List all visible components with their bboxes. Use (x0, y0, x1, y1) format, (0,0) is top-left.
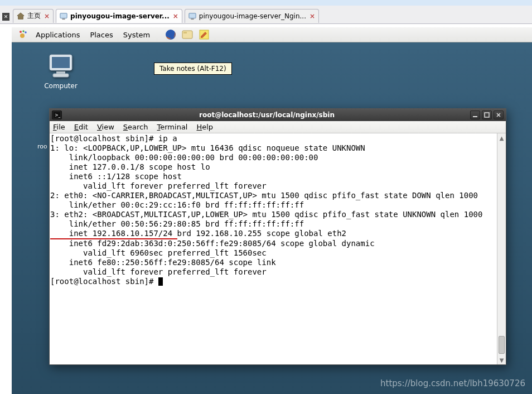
svg-rect-18 (485, 113, 489, 117)
vm-screen-area: Applications Places System (0, 24, 532, 394)
svg-text:>_: >_ (55, 113, 60, 118)
svg-rect-2 (189, 13, 196, 18)
clipped-label: roo (37, 143, 47, 150)
window-minimize-button[interactable] (470, 110, 480, 119)
host-app-toolbar (0, 0, 532, 6)
cursor (158, 277, 163, 286)
tab-label: pinyougou-image-server... (70, 12, 170, 20)
document-tab-row: ✕ 主页 × pinyougou-image-server... × pinyo… (0, 6, 532, 24)
tab-label: 主页 (27, 11, 41, 21)
guest-desktop[interactable]: Computer Take notes (Alt-F12) roo >_ roo… (12, 42, 532, 394)
close-icon[interactable]: × (309, 12, 315, 20)
close-icon[interactable]: × (173, 12, 178, 20)
gnome-top-panel: Applications Places System (12, 27, 532, 42)
menu-applications[interactable]: Applications (31, 29, 84, 41)
svg-point-6 (25, 31, 26, 33)
tab-label: pinyougou-image-server_Ngin... (199, 12, 306, 20)
scrollbar-thumb[interactable] (499, 336, 505, 354)
close-icon[interactable]: × (44, 12, 50, 20)
terminal-window[interactable]: >_ root@localhost:/usr/local/nginx/sbin … (49, 108, 506, 365)
guest-viewport: Applications Places System (12, 27, 532, 394)
terminal-app-icon: >_ (52, 110, 62, 119)
svg-rect-3 (191, 18, 194, 20)
menu-terminal[interactable]: Terminal (157, 123, 188, 131)
menu-edit[interactable]: Edit (74, 123, 88, 131)
tab-vm-2[interactable]: pinyougou-image-server_Ngin... × (185, 9, 319, 23)
menu-system[interactable]: System (119, 29, 154, 41)
notes-tooltip: Take notes (Alt-F12) (154, 63, 232, 75)
svg-point-8 (166, 30, 176, 40)
gnome-foot-icon[interactable] (16, 28, 30, 41)
svg-point-5 (22, 30, 24, 32)
svg-rect-1 (62, 18, 65, 20)
menu-search[interactable]: Search (123, 123, 148, 131)
firefox-icon[interactable] (164, 28, 177, 41)
window-close-button[interactable] (494, 110, 504, 119)
home-icon (17, 12, 25, 20)
tab-home[interactable]: 主页 × (13, 9, 54, 23)
notes-icon[interactable] (197, 28, 211, 41)
watermark-text: https://blog.csdn.net/lbh19630726 (380, 378, 525, 388)
desktop-computer-icon[interactable]: Computer (38, 54, 83, 90)
terminal-body: [root@localhost sbin]# ip a 1: lo: <LOOP… (50, 133, 506, 364)
terminal-output[interactable]: [root@localhost sbin]# ip a 1: lo: <LOOP… (50, 133, 497, 364)
vm-icon (60, 12, 67, 20)
svg-rect-14 (53, 74, 69, 77)
highlighted-ip: inet 192.168.10.157/24 (50, 229, 177, 239)
terminal-menubar: File Edit View Search Terminal Help (50, 121, 506, 133)
terminal-titlebar[interactable]: >_ root@localhost:/usr/local/nginx/sbin (50, 109, 506, 121)
svg-rect-12 (52, 57, 70, 68)
terminal-title: root@localhost:/usr/local/nginx/sbin (65, 111, 468, 119)
menu-view[interactable]: View (97, 123, 114, 131)
menu-places[interactable]: Places (85, 29, 117, 41)
menu-help[interactable]: Help (196, 123, 213, 131)
svg-point-7 (20, 33, 25, 38)
terminal-scrollbar[interactable]: ▲ ▼ (497, 133, 506, 364)
scroll-down-arrow[interactable]: ▼ (497, 355, 506, 364)
svg-point-4 (20, 31, 22, 33)
svg-rect-17 (473, 116, 477, 117)
window-maximize-button[interactable] (482, 110, 492, 119)
svg-rect-0 (60, 13, 67, 18)
tab-strip-close[interactable]: ✕ (2, 13, 9, 21)
folder-docs-icon[interactable] (181, 28, 194, 41)
desktop-computer-label: Computer (38, 82, 83, 90)
scroll-up-arrow[interactable]: ▲ (497, 133, 506, 142)
tab-vm-1[interactable]: pinyougou-image-server... × (56, 9, 182, 23)
vm-icon (188, 12, 196, 20)
svg-rect-13 (56, 71, 65, 74)
menu-file[interactable]: File (53, 123, 65, 131)
